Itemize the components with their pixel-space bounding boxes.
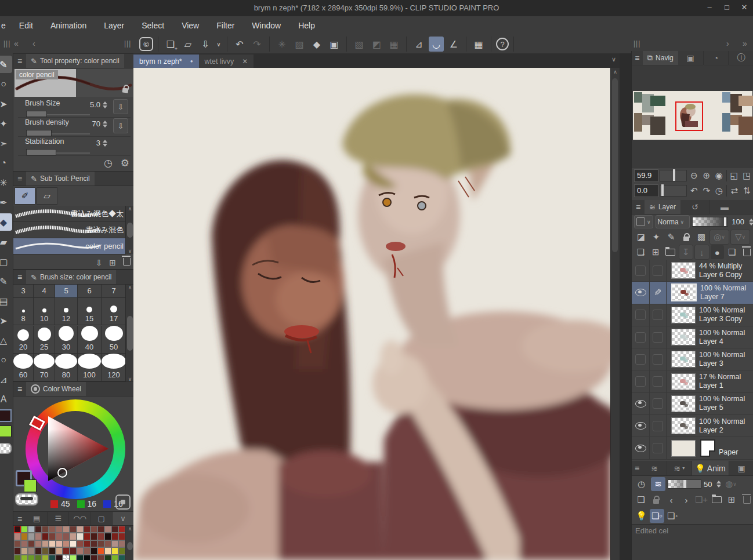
color-mode-icon[interactable]: ◍∨ [723, 477, 738, 491]
layer-tab[interactable]: ≋ Layer [645, 200, 680, 214]
tool-property-tab[interactable]: ✎ Tool property: color pencil [26, 54, 124, 68]
panel-menu-icon[interactable]: ≡ [13, 56, 26, 66]
close-button[interactable]: ✕ [736, 0, 753, 16]
eraser-group-button[interactable]: ▱ [37, 187, 57, 205]
menu-item-view[interactable]: View [173, 16, 208, 35]
layer-visibility-cell[interactable] [632, 282, 649, 303]
layer-thumbnail[interactable] [671, 395, 696, 412]
visibility-empty-box[interactable] [635, 310, 646, 320]
new-raster-layer-icon[interactable]: ❏+ [634, 245, 648, 259]
tool-ellipse[interactable]: ○ [0, 351, 12, 369]
parameter-spinner[interactable] [103, 121, 107, 128]
swatch[interactable] [35, 526, 42, 533]
swatch[interactable] [14, 540, 21, 547]
panel-grip-icon[interactable]: ||| [124, 39, 131, 48]
swatch[interactable] [118, 533, 125, 540]
visibility-empty-box[interactable] [635, 266, 646, 276]
layer-thumbnail[interactable] [671, 440, 696, 457]
swatch[interactable] [70, 526, 77, 533]
swatch[interactable] [42, 533, 49, 540]
swatch[interactable] [35, 547, 42, 554]
layer-edit-cell[interactable] [649, 348, 667, 370]
parameter-spinner[interactable] [103, 140, 107, 147]
collapse-arrow-icon[interactable]: ‹ [32, 39, 36, 48]
sub-color-chip[interactable] [0, 426, 12, 437]
help-icon[interactable]: ? [496, 38, 509, 50]
swatch[interactable] [104, 547, 111, 554]
layer-thumbnail[interactable] [671, 373, 696, 390]
tool-pen[interactable]: ✎ [0, 56, 12, 73]
lock-layer-icon[interactable] [679, 230, 693, 244]
layer-edit-cell[interactable] [649, 304, 667, 326]
transfer-to-lower-icon[interactable]: ↧ [679, 245, 694, 260]
layer-row[interactable]: 100 % NormalLayer 5 [632, 393, 753, 415]
swatch[interactable] [28, 526, 35, 533]
next-cel-icon[interactable]: › [679, 493, 693, 507]
transparent-color-chip[interactable] [0, 443, 12, 454]
playback-time-icon[interactable]: ◷ [634, 477, 649, 491]
sv-triangle[interactable] [44, 414, 113, 483]
canvas-vertical-scrollbar[interactable]: ∧ [610, 68, 620, 560]
brush-size-cell-10[interactable]: 10 [34, 298, 55, 325]
swatch[interactable] [49, 547, 56, 554]
layer-visibility-cell[interactable] [632, 326, 649, 348]
swatch[interactable] [77, 555, 84, 560]
flip-horizontal-icon[interactable]: ⇄ [729, 184, 740, 197]
sub-tool-tab[interactable]: ✎ Sub Tool: Pencil [26, 172, 95, 186]
layer-visibility-cell[interactable] [632, 393, 649, 414]
delete-sub-tool-icon[interactable] [123, 258, 131, 267]
selection-new-icon[interactable]: ▧ [352, 37, 367, 52]
panel-menu-icon[interactable]: ≡ [13, 174, 26, 183]
brush-size-cell-8[interactable]: 8 [13, 298, 34, 325]
tool-wand[interactable]: ✦ [0, 115, 12, 132]
swatch[interactable] [70, 533, 77, 540]
brush-size-cell-25[interactable]: 25 [34, 326, 55, 354]
tab-modified-dot-icon[interactable]: ● [190, 59, 193, 64]
swatch[interactable] [63, 533, 70, 540]
color-set-icon[interactable] [115, 494, 131, 510]
tool-shape[interactable]: ▰ [0, 233, 12, 250]
layer-row[interactable]: 100 % NormalLayer 4 [632, 326, 753, 348]
selection-border-icon[interactable]: ▦ [386, 37, 401, 52]
layer-row[interactable]: 17 % NormalLayer 1 [632, 370, 753, 392]
brush-size-cell-6[interactable]: 6 [78, 285, 102, 298]
onion-opacity-slider[interactable] [668, 479, 701, 489]
cel-tab[interactable]: ≋▾ [667, 461, 692, 475]
swatch[interactable] [21, 555, 28, 560]
merge-down-icon[interactable]: ↓ [694, 245, 709, 260]
scroll-thumb[interactable] [612, 78, 618, 252]
swatch[interactable] [90, 533, 97, 540]
swatch[interactable] [77, 526, 84, 533]
zoom-in-icon[interactable]: ⊕ [701, 169, 712, 182]
tool-ruler[interactable]: ⊿ [0, 371, 12, 388]
lock-transparent-pixels-icon[interactable]: ▩ [694, 230, 708, 244]
minimize-button[interactable]: – [701, 0, 718, 16]
tab-close-icon[interactable]: ✕ [242, 57, 248, 66]
swatch[interactable] [118, 555, 125, 560]
visibility-empty-box[interactable] [635, 332, 646, 343]
swatch[interactable] [49, 540, 56, 547]
tool-pen2[interactable]: ✒ [0, 194, 12, 211]
swatch[interactable] [63, 526, 70, 533]
layer-palette-combo[interactable]: ∨ [634, 215, 653, 228]
layer-row[interactable]: ✎100 % NormalLayer 7 [632, 282, 753, 304]
register-to-default-icon[interactable]: ⇩ [113, 118, 128, 133]
swatch[interactable] [28, 533, 35, 540]
layer-thumbnail[interactable] [671, 283, 697, 301]
visibility-eye-icon[interactable] [635, 400, 646, 408]
scroll-up-icon[interactable]: ∧ [128, 526, 132, 532]
layer-thumbnail[interactable] [671, 329, 696, 346]
swatch[interactable] [118, 526, 125, 533]
swatch[interactable] [77, 540, 84, 547]
duplicate-sub-tool-icon[interactable]: ⊞ [109, 258, 116, 267]
tool-diamond[interactable]: ◆ [0, 213, 12, 231]
swatch[interactable] [84, 540, 90, 547]
swatch[interactable] [97, 533, 104, 540]
navigator-preview[interactable] [632, 66, 753, 168]
slider-fill[interactable] [26, 111, 47, 117]
swatch[interactable] [42, 547, 49, 554]
material-panel-icon[interactable]: ▦ [471, 37, 486, 52]
swatch[interactable] [111, 547, 118, 554]
swatch[interactable] [21, 533, 28, 540]
menu-item-e[interactable]: e [0, 16, 10, 35]
